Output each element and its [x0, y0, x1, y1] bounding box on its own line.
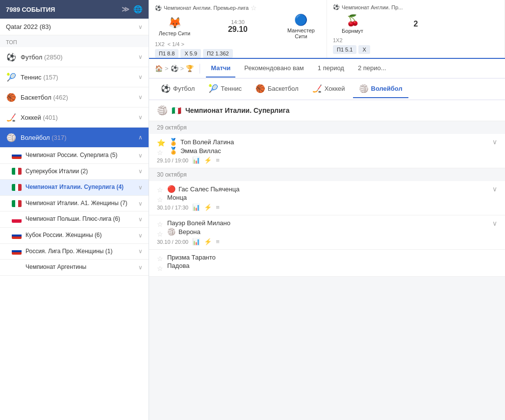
match-date: 29.10: [228, 25, 248, 34]
sidebar-header: 7989 СОБЫТИЯ ≫ 🌐: [0, 0, 149, 19]
match-row-1: ⭐ ☆ 🏅 Топ Волей Латина 🏅 Эмма Виллас: [149, 134, 505, 168]
sidebar-item-hockey[interactable]: 🏒 Хоккей (401) ∨: [0, 107, 149, 128]
home-icon[interactable]: 🏠: [155, 65, 163, 72]
odd-p1-2[interactable]: П1 5.1: [333, 45, 356, 54]
tennis-tab-label: Теннис: [221, 85, 242, 92]
stats-icon-3[interactable]: ⚡: [204, 238, 212, 245]
tab-matches[interactable]: Матчи: [206, 59, 235, 78]
sidebar-item-football[interactable]: ⚽ Футбол (2850) ∨: [0, 47, 149, 67]
team2-icon: 🔵: [281, 14, 321, 26]
star-team1-3[interactable]: ☆: [157, 220, 163, 228]
team1-name-2: Гас Салес Пьяченца: [178, 185, 239, 193]
star-team1-1[interactable]: ⭐: [157, 139, 165, 147]
team3-card: 🍒 Борнмут: [333, 14, 372, 34]
cup-icon-breadcrumb[interactable]: 🏆: [186, 65, 194, 72]
chevron-down-icon: ∨: [138, 24, 143, 30]
team2-name-2: Монца: [167, 194, 187, 201]
odd-p2[interactable]: П2 1.362: [203, 49, 233, 58]
sidebar-item-volleyball[interactable]: 🏐 Волейбол (317) ∧: [0, 128, 149, 148]
russia-cup-women-label: Кубок России. Женщины (6): [25, 232, 135, 239]
hockey-icon: 🏒: [6, 112, 17, 123]
tab-period-2[interactable]: 2 перио...: [353, 59, 391, 78]
match-teams-3: Пауэр Волей Милано 🏐 Верона: [167, 219, 230, 236]
match-row-2: ☆ ☆ 🔴 Гас Салес Пьяченца Монца ∨: [149, 181, 505, 215]
sidebar-sub-italy-a1-women[interactable]: Чемпионат Италии. А1. Женщины (7) ∨: [0, 196, 149, 212]
sidebar: 7989 СОБЫТИЯ ≫ 🌐 Qatar 2022 (83) ∨ ТОП ⚽…: [0, 0, 149, 420]
sidebar-sub-russia-super[interactable]: Чемпионат России. Суперлига (5) ∨: [0, 148, 149, 164]
chevron-down-match-2[interactable]: ∨: [492, 185, 497, 193]
sport-tab-football[interactable]: ⚽ Футбол: [155, 80, 201, 98]
italy-flag-icon: 🇮🇹: [172, 106, 181, 115]
team2-name-3: Верона: [178, 228, 201, 236]
hockey-tab-icon: 🏒: [312, 84, 322, 93]
star-team1-4[interactable]: ☆: [157, 255, 163, 262]
sidebar-sub-italy-super[interactable]: Чемпионат Италии. Суперлига (4) ∨: [0, 180, 149, 196]
sidebar-sub-russia-liga-pro-women[interactable]: Россия. Лига Про. Женщины (1) ∨: [0, 244, 149, 260]
star-team2-3[interactable]: ☆: [157, 230, 163, 238]
basketball-icon: 🏀: [6, 92, 17, 103]
team3-icon: 🍒: [333, 14, 372, 27]
match-body-1: 🦊 Лестер Сити 14:30 29.10 🔵 Манчестер Си…: [155, 14, 321, 39]
match-top-4: ☆ ☆ Призма Таранто Падова: [157, 254, 497, 272]
bar-chart-icon-3[interactable]: 📊: [192, 238, 200, 245]
star-icon[interactable]: ☆: [251, 4, 257, 12]
odd-x-2[interactable]: Х: [358, 45, 370, 54]
match-meta-3: 30.10 / 20:00 📊 ⚡ ≡: [157, 238, 497, 245]
chevron-down-icon: ∨: [138, 184, 143, 191]
tennis-tab-icon: 🎾: [208, 84, 218, 93]
star-team2-2[interactable]: ☆: [157, 196, 163, 204]
hockey-label: Хоккей (401): [21, 114, 135, 121]
star-team2-4[interactable]: ☆: [157, 264, 163, 272]
nav-1[interactable]: < 1/4 >: [168, 41, 184, 47]
content-area: 🏐 🇮🇹 Чемпионат Италии. Суперлига 29 октя…: [149, 100, 505, 420]
tab-recommended[interactable]: Рекомендовано вам: [239, 59, 309, 78]
team2-card: 🔵 Манчестер Сити: [281, 14, 321, 39]
bar-chart-icon-2[interactable]: 📊: [192, 204, 200, 211]
match-top-2: ☆ ☆ 🔴 Гас Салес Пьяченца Монца ∨: [157, 185, 497, 204]
sport-tab-tennis[interactable]: 🎾 Теннис: [202, 80, 248, 98]
chevron-down-icon: ∨: [138, 94, 143, 101]
chevron-down-match-1[interactable]: ∨: [492, 138, 497, 146]
match-center-2: 2: [414, 20, 418, 28]
sidebar-sub-poland-plus[interactable]: Чемпионат Польши. Плюс-лига (6) ∨: [0, 211, 149, 228]
league-icon-2: ⚽: [333, 4, 340, 10]
sidebar-sub-italy-super-cup[interactable]: Суперкубок Италии (2) ∨: [0, 164, 149, 180]
poland-flag: [12, 216, 22, 223]
odd-p1[interactable]: П1 8.8: [155, 49, 178, 58]
odd-x[interactable]: Х 5.9: [180, 49, 201, 58]
russia-liga-pro-women-label: Россия. Лига Про. Женщины (1): [25, 248, 135, 256]
sidebar-sub-russia-cup-women[interactable]: Кубок России. Женщины (6) ∨: [0, 228, 149, 244]
match-date-2: 2: [414, 20, 418, 28]
star-team1-2[interactable]: ☆: [157, 186, 163, 194]
team2-name: Манчестер Сити: [281, 27, 321, 39]
league-header: 🏐 🇮🇹 Чемпионат Италии. Суперлига: [149, 100, 505, 121]
filter-icon[interactable]: ≫: [122, 5, 129, 14]
sport-tab-hockey[interactable]: 🏒 Хоккей: [306, 80, 351, 98]
match-stars-3: ☆ ☆: [157, 219, 163, 238]
list-icon-1[interactable]: ≡: [216, 157, 220, 164]
globe-icon[interactable]: 🌐: [133, 5, 143, 14]
sport-icon-breadcrumb[interactable]: ⚽: [171, 65, 178, 72]
bar-chart-icon-1[interactable]: 📊: [192, 157, 200, 164]
tennis-label: Теннис (157): [21, 74, 135, 81]
tab-period-1[interactable]: 1 период: [313, 59, 349, 78]
sport-tab-basketball[interactable]: 🏀 Баскетбол: [250, 80, 304, 98]
stats-icon-1[interactable]: ⚡: [204, 157, 212, 164]
match-teams-1: 🏅 Топ Волей Латина 🏅 Эмма Виллас: [169, 138, 234, 155]
sidebar-item-basketball[interactable]: 🏀 Баскетбол (462) ∨: [0, 87, 149, 107]
italy-a1-women-label: Чемпионат Италии. А1. Женщины (7): [25, 200, 135, 208]
league-name-2: Чемпионат Англии. Пр...: [342, 4, 403, 10]
stats-icon-2[interactable]: ⚡: [204, 204, 212, 211]
match-team1-1: 🏅 Топ Волей Латина: [169, 138, 234, 146]
list-icon-2[interactable]: ≡: [216, 204, 220, 211]
sidebar-item-tennis[interactable]: 🎾 Теннис (157) ∨: [0, 67, 149, 87]
sport-tab-volleyball[interactable]: 🏐 Волейбол: [353, 80, 408, 98]
star-team2-1[interactable]: ☆: [157, 149, 165, 157]
chevron-down-icon: ∨: [138, 248, 143, 255]
chevron-down-match-3[interactable]: ∨: [492, 219, 497, 227]
sidebar-sub-argentina[interactable]: Чемпионат Аргентины ∨: [0, 260, 149, 276]
sidebar-item-qatar[interactable]: Qatar 2022 (83) ∨: [0, 19, 149, 35]
list-icon-3[interactable]: ≡: [216, 238, 220, 245]
volleyball-league-icon: 🏐: [157, 105, 168, 116]
breadcrumb: 🏠 > ⚽ > 🏆: [155, 65, 194, 72]
